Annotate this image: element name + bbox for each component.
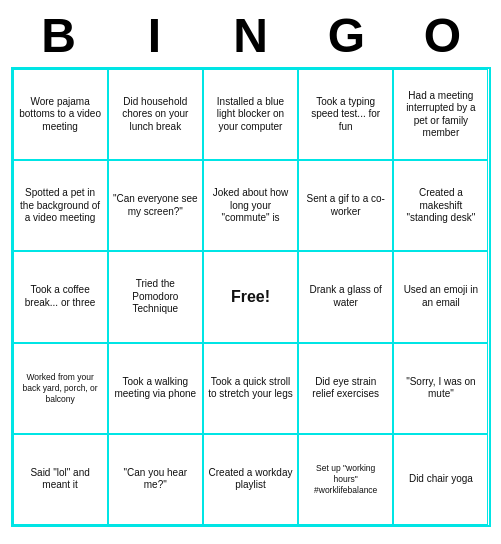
cell-4-2: Created a workday playlist (203, 434, 298, 525)
cell-1-4: Created a makeshift "standing desk" (393, 160, 488, 251)
cell-3-4: "Sorry, I was on mute" (393, 343, 488, 434)
cell-3-3: Did eye strain relief exercises (298, 343, 393, 434)
cell-4-4: Did chair yoga (393, 434, 488, 525)
title-i: I (110, 8, 200, 63)
cell-0-1: Did household chores on your lunch break (108, 69, 203, 160)
cell-1-3: Sent a gif to a co-worker (298, 160, 393, 251)
cell-0-2: Installed a blue light blocker on your c… (203, 69, 298, 160)
cell-3-1: Took a walking meeting via phone (108, 343, 203, 434)
cell-free: Free! (203, 251, 298, 342)
cell-3-0: Worked from your back yard, porch, or ba… (13, 343, 108, 434)
cell-2-3: Drank a glass of water (298, 251, 393, 342)
cell-2-4: Used an emoji in an email (393, 251, 488, 342)
cell-3-2: Took a quick stroll to stretch your legs (203, 343, 298, 434)
cell-4-3: Set up "working hours" #worklifebalance (298, 434, 393, 525)
cell-1-2: Joked about how long your "commute" is (203, 160, 298, 251)
bingo-grid: Wore pajama bottoms to a video meeting D… (11, 67, 491, 527)
cell-2-0: Took a coffee break... or three (13, 251, 108, 342)
cell-2-1: Tried the Pomodoro Technique (108, 251, 203, 342)
title-n: N (206, 8, 296, 63)
title-g: G (302, 8, 392, 63)
bingo-title: B I N G O (11, 8, 491, 63)
cell-0-3: Took a typing speed test... for fun (298, 69, 393, 160)
title-b: B (14, 8, 104, 63)
cell-4-1: "Can you hear me?" (108, 434, 203, 525)
cell-1-0: Spotted a pet in the background of a vid… (13, 160, 108, 251)
cell-0-4: Had a meeting interrupted by a pet or fa… (393, 69, 488, 160)
cell-4-0: Said "lol" and meant it (13, 434, 108, 525)
cell-0-0: Wore pajama bottoms to a video meeting (13, 69, 108, 160)
cell-1-1: "Can everyone see my screen?" (108, 160, 203, 251)
title-o: O (398, 8, 488, 63)
